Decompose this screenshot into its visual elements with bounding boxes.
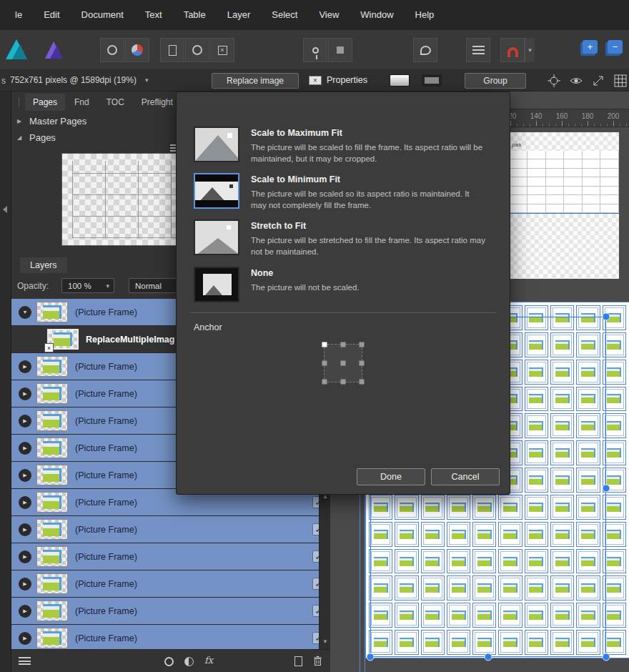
done-button[interactable]: Done [357, 468, 425, 485]
picture-frame-cell[interactable] [603, 333, 625, 357]
picture-frame-cell[interactable] [603, 414, 625, 438]
panel-tab[interactable]: Fnd [66, 94, 97, 111]
picture-frame-cell[interactable] [603, 387, 625, 411]
picture-frame-cell[interactable] [499, 495, 521, 519]
picture-frame-cell[interactable] [603, 576, 625, 600]
expand-arrow-icon[interactable] [19, 387, 31, 400]
comment-tool-button[interactable] [413, 38, 437, 62]
picture-frame-cell[interactable] [395, 495, 417, 519]
picture-frame-button[interactable]: × [210, 38, 234, 62]
picture-frame-cell[interactable] [473, 550, 495, 573]
picture-frame-cell[interactable] [525, 576, 548, 600]
picture-frame-cell[interactable] [395, 603, 417, 627]
scroll-down-arrow-icon[interactable]: ▼ [320, 638, 331, 645]
picture-frame-cell[interactable] [525, 360, 548, 384]
picture-frame-cell[interactable] [577, 468, 599, 492]
group-button[interactable]: Group [465, 73, 526, 89]
snapping-toggle-button[interactable] [500, 38, 525, 62]
expand-arrow-icon[interactable] [19, 360, 31, 373]
publisher-persona-icon[interactable] [4, 38, 29, 63]
opacity-dropdown[interactable]: 100 % ▾ [61, 278, 114, 293]
picture-frame-cell[interactable] [577, 523, 599, 546]
expand-arrow-icon[interactable] [19, 632, 31, 645]
layer-row[interactable]: (Picture Frame) [11, 543, 330, 570]
layer-row[interactable]: (Picture Frame) [11, 598, 330, 625]
picture-frame-cell[interactable] [473, 495, 495, 519]
cancel-button[interactable]: Cancel [431, 468, 500, 485]
anchor-dot-top-center[interactable] [341, 342, 346, 347]
picture-frame-cell[interactable] [447, 523, 470, 546]
picture-frame-cell[interactable] [551, 441, 573, 465]
menu-item[interactable]: Help [405, 0, 445, 30]
scale-option[interactable]: None The picture will not be scaled. [189, 265, 497, 304]
picture-frame-cell[interactable] [422, 603, 444, 627]
menu-item[interactable]: le [4, 0, 33, 30]
picture-frame-cell[interactable] [551, 333, 573, 357]
picture-frame-cell[interactable] [473, 523, 495, 546]
add-pages-button[interactable]: + [583, 40, 598, 54]
selection-handle-bottom-left[interactable] [367, 653, 375, 661]
picture-frame-cell[interactable] [473, 603, 495, 627]
picture-frame-cell[interactable] [473, 576, 495, 600]
selection-handle-middle-right[interactable] [603, 485, 610, 493]
anchor-selector[interactable] [324, 344, 362, 382]
panel-tab[interactable]: Pages [25, 94, 65, 111]
picture-frame-cell[interactable] [370, 550, 392, 573]
remove-pages-button[interactable]: − [608, 40, 623, 54]
picture-frame-cell[interactable] [370, 603, 392, 627]
picture-frame-cell[interactable] [551, 306, 573, 330]
menu-item[interactable]: View [308, 0, 350, 30]
menu-item[interactable]: Edit [33, 0, 70, 30]
menu-item[interactable]: Document [71, 0, 134, 30]
menu-item[interactable]: Text [134, 0, 173, 30]
picture-frame-cell[interactable] [577, 631, 599, 654]
picture-frame-cell[interactable] [577, 387, 599, 411]
new-page-button[interactable] [160, 38, 184, 62]
pin-button[interactable] [303, 38, 327, 62]
mask-icon[interactable] [164, 657, 174, 666]
picture-frame-cell[interactable] [525, 468, 548, 492]
selection-handle-top-right[interactable] [603, 313, 610, 321]
menu-item[interactable]: Select [261, 0, 308, 30]
menu-item[interactable]: Window [350, 0, 404, 30]
adjustment-icon[interactable] [184, 657, 194, 666]
picture-frame-cell[interactable] [603, 360, 625, 384]
picture-frame-cell[interactable] [551, 576, 573, 600]
picture-frame-cell[interactable] [577, 603, 599, 627]
picture-frame-cell[interactable] [525, 333, 548, 357]
picture-frame-cell[interactable] [499, 550, 521, 573]
picture-frame-cell[interactable] [499, 603, 521, 627]
picture-frame-cell[interactable] [525, 631, 548, 654]
picture-frame-cell[interactable] [395, 523, 417, 546]
anchor-dot-center[interactable] [341, 360, 346, 365]
image-info-dropdown[interactable]: 752x761 pixels @ 1589dpi (19%) ▾ [10, 75, 149, 85]
picture-frame-cell[interactable] [370, 576, 392, 600]
picture-frame-cell[interactable] [447, 576, 470, 600]
expand-arrow-icon[interactable] [19, 306, 31, 319]
picture-frame-cell[interactable] [525, 441, 548, 465]
square-tool-button[interactable] [328, 38, 352, 62]
selection-handle-bottom-center[interactable] [485, 653, 492, 661]
picture-frame-cell[interactable] [603, 631, 625, 654]
picture-frame-cell[interactable] [551, 603, 573, 627]
picture-frame-cell[interactable] [525, 495, 548, 519]
picture-frame-cell[interactable] [395, 550, 417, 573]
fill-swatch-button[interactable] [390, 74, 410, 87]
anchor-dot-middle-left[interactable] [322, 360, 327, 365]
picture-frame-cell[interactable] [370, 495, 392, 519]
picture-frame-cell[interactable] [577, 333, 599, 357]
picture-frame-cell[interactable] [473, 631, 495, 654]
expand-arrow-icon[interactable] [19, 605, 31, 618]
picture-frame-cell[interactable] [525, 414, 548, 438]
picture-frame-cell[interactable] [603, 523, 625, 546]
ellipse-frame-button[interactable] [185, 38, 209, 62]
expand-arrow-icon[interactable] [19, 415, 31, 428]
anchor-dot-top-left[interactable] [322, 342, 327, 347]
picture-frame-cell[interactable] [577, 414, 599, 438]
chevron-expanded-icon[interactable]: ◢ [17, 134, 24, 141]
picture-frame-cell[interactable] [551, 523, 573, 546]
menu-item[interactable]: Table [173, 0, 217, 30]
picture-frame-cell[interactable] [525, 387, 548, 411]
expand-arrow-icon[interactable] [19, 496, 31, 509]
picture-frame-cell[interactable] [551, 360, 573, 384]
